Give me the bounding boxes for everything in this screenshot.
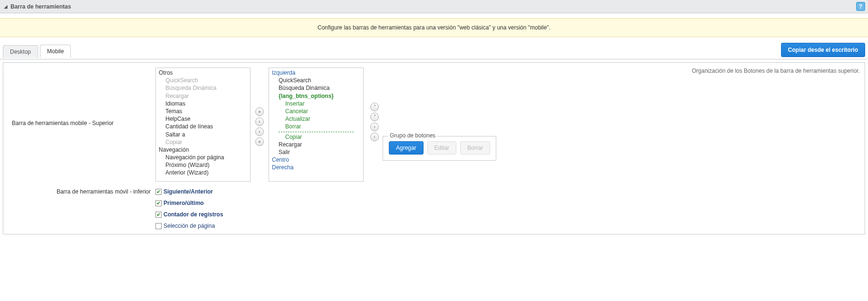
checkbox-icon[interactable]: [155, 223, 162, 229]
checkbox-icon[interactable]: [155, 212, 162, 218]
check-next-prev[interactable]: Siguiente/Anterior: [155, 188, 223, 195]
check-page-selection[interactable]: Selección de página: [155, 223, 223, 229]
superior-label: Barra de herramientas mobile - Superior: [8, 68, 151, 126]
lang-btns-group[interactable]: {lang_btns_options}: [269, 92, 363, 100]
collapse-icon[interactable]: ◢: [4, 4, 8, 9]
section-right: Derecha: [269, 164, 363, 171]
available-buttons-list[interactable]: Otros QuickSearch Búsqueda Dinámica Reca…: [155, 68, 251, 182]
list-item[interactable]: Cancelar: [269, 107, 363, 115]
list-item[interactable]: Cantidad de líneas: [156, 123, 250, 130]
checkbox-icon[interactable]: [155, 200, 162, 206]
move-up-icon[interactable]: ˄: [370, 103, 379, 111]
add-group-button[interactable]: Agregar: [389, 141, 424, 155]
list-item[interactable]: Salir: [269, 148, 363, 156]
section-center: Centro: [269, 156, 363, 164]
transfer-arrows: » › ‹ «: [255, 68, 264, 146]
checkbox-icon[interactable]: [155, 189, 162, 195]
list-item[interactable]: Recargar: [156, 92, 250, 100]
list-item[interactable]: Búsqueda Dinámica: [269, 84, 363, 92]
check-label: Selección de página: [164, 223, 215, 229]
list-item[interactable]: Insertar: [269, 100, 363, 107]
list-item[interactable]: Próximo (Wizard): [156, 161, 250, 169]
inferior-check-list: Siguiente/Anterior Primero/último Contad…: [155, 188, 223, 229]
list-item[interactable]: Anterior (Wizard): [156, 169, 250, 176]
list-item[interactable]: Actualizar: [269, 115, 363, 123]
group-divider: [279, 132, 354, 132]
list-item[interactable]: Navegación por página: [156, 154, 250, 161]
list-item[interactable]: Borrar: [269, 123, 363, 130]
list-item[interactable]: Saltar a: [156, 131, 250, 138]
move-all-right-icon[interactable]: »: [255, 107, 264, 116]
button-group-fieldset: Grupo de botones Agregar Editar Borrar: [383, 136, 496, 161]
copy-from-desktop-button[interactable]: Copiar desde el escritorio: [781, 43, 865, 57]
check-record-counter[interactable]: Contador de registros: [155, 211, 223, 218]
list-item[interactable]: Copiar: [156, 138, 250, 146]
reorder-arrows: ˄ ˅ › ‹: [370, 79, 379, 141]
list-item[interactable]: Recargar: [269, 141, 363, 148]
toolbar-superior-row: Barra de herramientas mobile - Superior …: [8, 68, 860, 182]
nudge-right-icon[interactable]: ›: [370, 123, 379, 131]
list-item[interactable]: QuickSearch: [269, 77, 363, 84]
nudge-left-icon[interactable]: ‹: [370, 133, 379, 141]
check-label: Contador de registros: [164, 211, 223, 218]
tab-desktop[interactable]: Desktop: [3, 45, 38, 58]
tab-row: Desktop Mobile Copiar desde el escritori…: [0, 43, 868, 59]
list-item[interactable]: Idiomas: [156, 100, 250, 107]
list-item[interactable]: Copiar: [269, 133, 363, 141]
group-otros: Otros: [156, 69, 250, 77]
edit-group-button: Editar: [427, 141, 456, 155]
check-label: Siguiente/Anterior: [164, 188, 213, 195]
check-label: Primero/último: [164, 200, 204, 206]
delete-group-button: Borrar: [460, 141, 490, 155]
group-navegacion: Navegación: [156, 146, 250, 154]
list-item[interactable]: HelpCase: [156, 115, 250, 123]
section-left: Izquierda: [269, 69, 363, 77]
selected-buttons-list[interactable]: Izquierda QuickSearch Búsqueda Dinámica …: [269, 68, 364, 182]
panel-header: ◢ Barra de herramientas ?: [0, 0, 868, 13]
move-right-icon[interactable]: ›: [255, 117, 264, 126]
check-first-last[interactable]: Primero/último: [155, 200, 223, 206]
move-all-left-icon[interactable]: «: [255, 137, 264, 146]
superior-description: Organización de los Botones de la barra …: [370, 68, 860, 74]
toolbar-inferior-row: Barra de herramientas móvil - inferior S…: [8, 188, 860, 229]
right-panel: Organización de los Botones de la barra …: [368, 68, 860, 161]
tab-mobile[interactable]: Mobile: [40, 45, 71, 58]
list-item[interactable]: Temas: [156, 107, 250, 115]
list-item[interactable]: QuickSearch: [156, 77, 250, 84]
help-icon[interactable]: ?: [856, 2, 865, 11]
list-item[interactable]: Búsqueda Dinámica: [156, 84, 250, 92]
inferior-label: Barra de herramientas móvil - inferior: [8, 188, 151, 195]
panel-title: Barra de herramientas: [10, 3, 71, 10]
move-down-icon[interactable]: ˅: [370, 113, 379, 121]
move-left-icon[interactable]: ‹: [255, 127, 264, 136]
info-banner: Configure las barras de herramientas par…: [0, 18, 868, 37]
fieldset-legend: Grupo de botones: [388, 132, 437, 139]
content-area: Barra de herramientas mobile - Superior …: [3, 62, 865, 234]
